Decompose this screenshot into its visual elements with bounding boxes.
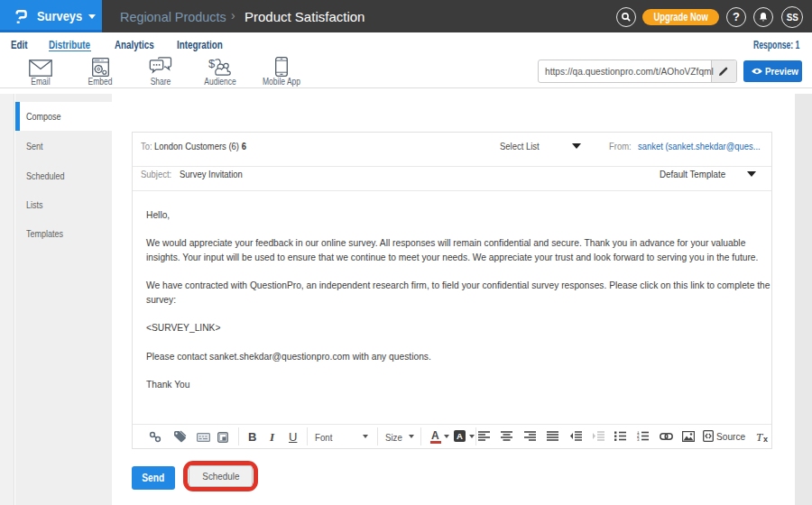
svg-text:$: $ — [208, 57, 216, 70]
svg-text:3: 3 — [637, 437, 640, 441]
